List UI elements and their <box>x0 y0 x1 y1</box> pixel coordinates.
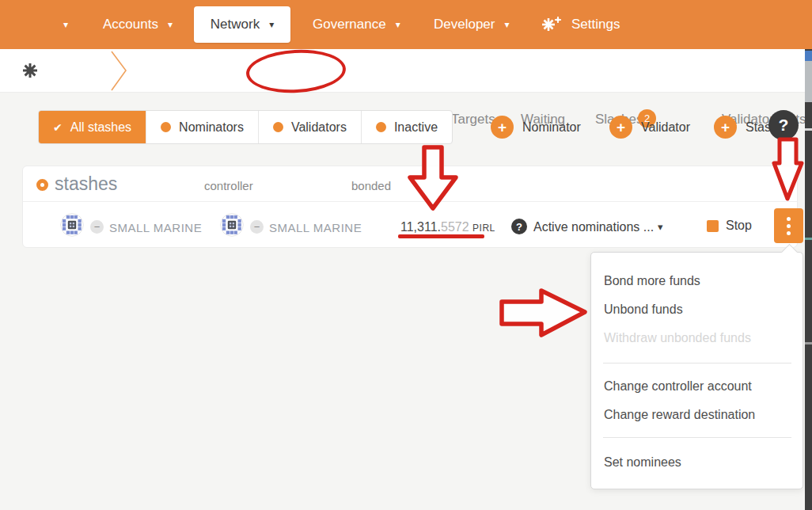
column-header-stashes: stashes <box>55 173 117 195</box>
staking-tab-bar: Staking Overview Account actions Payouts… <box>0 49 812 93</box>
edge-strip-segment <box>805 128 812 131</box>
menu-item-set-nominees[interactable]: Set nominees <box>604 455 681 470</box>
menu-item-change-controller-account[interactable]: Change controller account <box>604 379 752 394</box>
caret-down-icon: ▾ <box>168 19 173 30</box>
caret-down-icon: ▾ <box>63 19 68 30</box>
caret-down-icon: ▾ <box>505 19 510 30</box>
breadcrumb-chevron-icon <box>109 49 130 96</box>
edge-strip-segment <box>805 51 812 61</box>
plus-icon: + <box>491 116 514 139</box>
edge-strip-segment <box>805 61 812 102</box>
stash-filter-group: ✔ All stashes Nominators Validators Inac… <box>38 110 453 144</box>
filter-validators[interactable]: Validators <box>258 111 361 143</box>
caret-down-icon[interactable]: ▾ <box>658 221 663 233</box>
edge-strip-segment <box>805 238 812 240</box>
stashes-section-icon <box>36 179 48 191</box>
nav-accounts-label: Accounts <box>103 17 158 32</box>
row-actions-menu-button[interactable] <box>774 208 803 243</box>
menu-divider <box>603 363 791 363</box>
filter-validators-label: Validators <box>291 120 347 135</box>
stop-square-icon <box>707 220 719 232</box>
menu-item-change-reward-destination[interactable]: Change reward destination <box>604 408 755 422</box>
tab-targets[interactable]: Targets <box>451 112 495 128</box>
window-edge-strip <box>805 49 812 510</box>
minus-icon: − <box>250 220 264 234</box>
ellipsis-dot <box>787 231 791 235</box>
ellipsis-dot <box>787 224 791 228</box>
chain-selector[interactable]: ▾ <box>63 0 68 49</box>
plus-icon: + <box>714 116 737 139</box>
nav-settings[interactable]: Settings <box>541 0 620 49</box>
add-validator-label: Validator <box>641 120 690 135</box>
filter-nominators[interactable]: Nominators <box>146 111 258 143</box>
add-validator-button[interactable]: + Validator <box>609 116 690 139</box>
dot-icon <box>161 122 171 132</box>
help-button[interactable]: ? <box>768 110 799 140</box>
app-window: ▾ Accounts ▾ Network ▾ Governance ▾ Deve… <box>0 0 812 510</box>
nav-developer-label: Developer <box>434 17 495 32</box>
add-nominator-button[interactable]: + Nominator <box>491 116 581 139</box>
controller-account-name: SMALL MARINE <box>269 221 362 234</box>
filter-all-stashes[interactable]: ✔ All stashes <box>39 111 146 143</box>
menu-item-bond-more-funds[interactable]: Bond more funds <box>604 274 700 288</box>
filter-all-stashes-label: All stashes <box>70 120 131 135</box>
column-header-bonded: bonded <box>351 179 391 192</box>
check-icon: ✔ <box>53 121 63 134</box>
plus-icon: + <box>609 116 632 139</box>
menu-item-withdraw-unbonded-funds: Withdraw unbonded funds <box>604 331 751 345</box>
column-header-controller: controller <box>204 179 253 192</box>
stash-identicon[interactable] <box>60 213 84 240</box>
nav-network[interactable]: Network ▾ <box>194 6 290 43</box>
caret-down-icon: ▾ <box>396 19 400 30</box>
dot-icon <box>376 122 386 132</box>
stash-account-name: SMALL MARINE <box>109 221 202 234</box>
add-nominator-label: Nominator <box>522 120 581 135</box>
staking-app-icon <box>22 63 38 82</box>
bonded-amount: 11,311.5572 PIRL <box>400 220 495 234</box>
account-actions-menu: Bond more funds Unbond funds Withdraw un… <box>590 252 803 489</box>
stop-button[interactable]: Stop <box>707 219 752 233</box>
nav-developer[interactable]: Developer ▾ <box>434 0 510 49</box>
active-nominations-toggle[interactable]: Active nominations ... <box>533 220 654 234</box>
nav-settings-label: Settings <box>571 17 620 32</box>
menu-divider <box>603 437 791 438</box>
stop-button-label: Stop <box>726 219 752 233</box>
annotation-underline-bonded-value <box>398 234 484 238</box>
nav-governance-label: Governance <box>313 17 386 32</box>
top-navigation: ▾ Accounts ▾ Network ▾ Governance ▾ Deve… <box>0 0 812 49</box>
dot-icon <box>273 122 283 132</box>
nav-network-label: Network <box>211 17 260 32</box>
menu-item-unbond-funds[interactable]: Unbond funds <box>604 303 683 317</box>
filter-inactive[interactable]: Inactive <box>361 111 452 143</box>
nav-governance[interactable]: Governance ▾ <box>313 0 400 49</box>
table-divider <box>23 201 797 202</box>
filter-inactive-label: Inactive <box>394 120 438 135</box>
bonded-unit: PIRL <box>472 223 495 234</box>
bonded-fraction: 5572 <box>441 220 469 234</box>
controller-identicon[interactable] <box>220 213 244 240</box>
annotation-arrow-unbond-funds <box>502 291 585 335</box>
cogs-icon <box>541 16 562 33</box>
ellipsis-dot <box>787 217 791 221</box>
edge-strip-segment <box>805 342 812 344</box>
filter-nominators-label: Nominators <box>179 120 244 135</box>
bonded-int: 11,311. <box>400 220 441 234</box>
nav-accounts[interactable]: Accounts ▾ <box>103 0 173 49</box>
minus-icon: − <box>90 220 104 234</box>
nominations-help-icon[interactable]: ? <box>511 219 527 234</box>
caret-down-icon: ▾ <box>269 19 274 30</box>
